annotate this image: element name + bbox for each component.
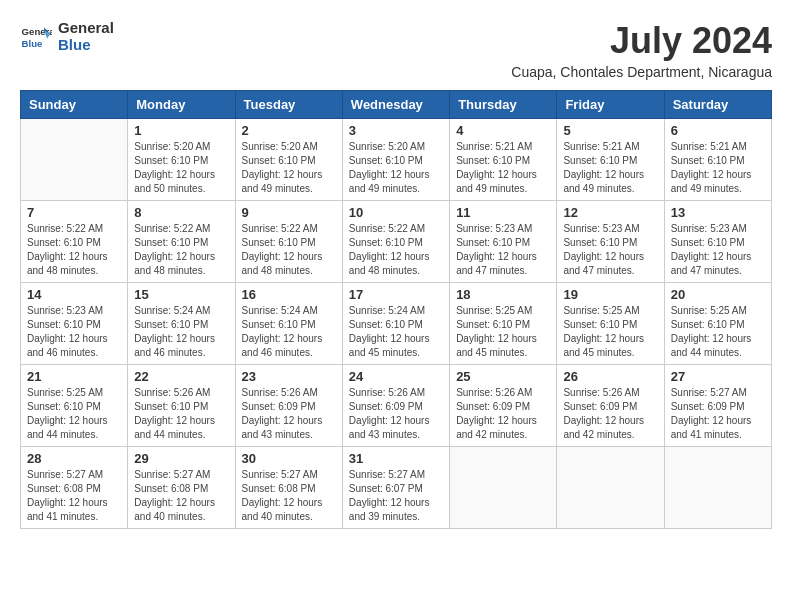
calendar-cell: 31Sunrise: 5:27 AM Sunset: 6:07 PM Dayli… — [342, 447, 449, 529]
cell-info: Sunrise: 5:26 AM Sunset: 6:09 PM Dayligh… — [242, 386, 336, 442]
cell-info: Sunrise: 5:25 AM Sunset: 6:10 PM Dayligh… — [563, 304, 657, 360]
cell-info: Sunrise: 5:24 AM Sunset: 6:10 PM Dayligh… — [134, 304, 228, 360]
calendar-cell: 20Sunrise: 5:25 AM Sunset: 6:10 PM Dayli… — [664, 283, 771, 365]
calendar-table: SundayMondayTuesdayWednesdayThursdayFrid… — [20, 90, 772, 529]
day-number: 26 — [563, 369, 657, 384]
calendar-week-row: 1Sunrise: 5:20 AM Sunset: 6:10 PM Daylig… — [21, 119, 772, 201]
month-year-title: July 2024 — [511, 20, 772, 62]
cell-info: Sunrise: 5:20 AM Sunset: 6:10 PM Dayligh… — [134, 140, 228, 196]
day-number: 8 — [134, 205, 228, 220]
calendar-cell: 30Sunrise: 5:27 AM Sunset: 6:08 PM Dayli… — [235, 447, 342, 529]
day-number: 25 — [456, 369, 550, 384]
day-number: 1 — [134, 123, 228, 138]
calendar-week-row: 14Sunrise: 5:23 AM Sunset: 6:10 PM Dayli… — [21, 283, 772, 365]
day-number: 19 — [563, 287, 657, 302]
header: General Blue General Blue July 2024 Cuap… — [20, 20, 772, 80]
calendar-week-row: 21Sunrise: 5:25 AM Sunset: 6:10 PM Dayli… — [21, 365, 772, 447]
logo-icon: General Blue — [20, 21, 52, 53]
calendar-cell: 26Sunrise: 5:26 AM Sunset: 6:09 PM Dayli… — [557, 365, 664, 447]
cell-info: Sunrise: 5:21 AM Sunset: 6:10 PM Dayligh… — [671, 140, 765, 196]
calendar-cell: 7Sunrise: 5:22 AM Sunset: 6:10 PM Daylig… — [21, 201, 128, 283]
day-header-sunday: Sunday — [21, 91, 128, 119]
calendar-cell — [450, 447, 557, 529]
day-number: 30 — [242, 451, 336, 466]
logo-blue: Blue — [58, 37, 114, 54]
day-header-saturday: Saturday — [664, 91, 771, 119]
day-number: 14 — [27, 287, 121, 302]
calendar-cell: 25Sunrise: 5:26 AM Sunset: 6:09 PM Dayli… — [450, 365, 557, 447]
calendar-cell: 29Sunrise: 5:27 AM Sunset: 6:08 PM Dayli… — [128, 447, 235, 529]
cell-info: Sunrise: 5:24 AM Sunset: 6:10 PM Dayligh… — [349, 304, 443, 360]
calendar-cell: 17Sunrise: 5:24 AM Sunset: 6:10 PM Dayli… — [342, 283, 449, 365]
cell-info: Sunrise: 5:23 AM Sunset: 6:10 PM Dayligh… — [563, 222, 657, 278]
svg-text:Blue: Blue — [22, 37, 43, 48]
cell-info: Sunrise: 5:22 AM Sunset: 6:10 PM Dayligh… — [134, 222, 228, 278]
calendar-cell: 15Sunrise: 5:24 AM Sunset: 6:10 PM Dayli… — [128, 283, 235, 365]
day-number: 2 — [242, 123, 336, 138]
cell-info: Sunrise: 5:25 AM Sunset: 6:10 PM Dayligh… — [456, 304, 550, 360]
cell-info: Sunrise: 5:26 AM Sunset: 6:09 PM Dayligh… — [456, 386, 550, 442]
cell-info: Sunrise: 5:27 AM Sunset: 6:07 PM Dayligh… — [349, 468, 443, 524]
calendar-cell: 13Sunrise: 5:23 AM Sunset: 6:10 PM Dayli… — [664, 201, 771, 283]
calendar-cell: 2Sunrise: 5:20 AM Sunset: 6:10 PM Daylig… — [235, 119, 342, 201]
calendar-cell: 21Sunrise: 5:25 AM Sunset: 6:10 PM Dayli… — [21, 365, 128, 447]
logo-general: General — [58, 20, 114, 37]
cell-info: Sunrise: 5:22 AM Sunset: 6:10 PM Dayligh… — [27, 222, 121, 278]
cell-info: Sunrise: 5:24 AM Sunset: 6:10 PM Dayligh… — [242, 304, 336, 360]
calendar-week-row: 28Sunrise: 5:27 AM Sunset: 6:08 PM Dayli… — [21, 447, 772, 529]
calendar-cell: 1Sunrise: 5:20 AM Sunset: 6:10 PM Daylig… — [128, 119, 235, 201]
calendar-cell — [664, 447, 771, 529]
cell-info: Sunrise: 5:23 AM Sunset: 6:10 PM Dayligh… — [671, 222, 765, 278]
cell-info: Sunrise: 5:21 AM Sunset: 6:10 PM Dayligh… — [563, 140, 657, 196]
calendar-week-row: 7Sunrise: 5:22 AM Sunset: 6:10 PM Daylig… — [21, 201, 772, 283]
day-number: 10 — [349, 205, 443, 220]
calendar-cell: 10Sunrise: 5:22 AM Sunset: 6:10 PM Dayli… — [342, 201, 449, 283]
day-number: 24 — [349, 369, 443, 384]
day-number: 5 — [563, 123, 657, 138]
cell-info: Sunrise: 5:26 AM Sunset: 6:09 PM Dayligh… — [349, 386, 443, 442]
cell-info: Sunrise: 5:26 AM Sunset: 6:10 PM Dayligh… — [134, 386, 228, 442]
day-number: 22 — [134, 369, 228, 384]
calendar-cell: 28Sunrise: 5:27 AM Sunset: 6:08 PM Dayli… — [21, 447, 128, 529]
cell-info: Sunrise: 5:25 AM Sunset: 6:10 PM Dayligh… — [671, 304, 765, 360]
day-number: 31 — [349, 451, 443, 466]
day-number: 20 — [671, 287, 765, 302]
day-header-tuesday: Tuesday — [235, 91, 342, 119]
calendar-cell: 9Sunrise: 5:22 AM Sunset: 6:10 PM Daylig… — [235, 201, 342, 283]
cell-info: Sunrise: 5:27 AM Sunset: 6:08 PM Dayligh… — [27, 468, 121, 524]
day-number: 28 — [27, 451, 121, 466]
calendar-cell: 19Sunrise: 5:25 AM Sunset: 6:10 PM Dayli… — [557, 283, 664, 365]
day-number: 7 — [27, 205, 121, 220]
location-subtitle: Cuapa, Chontales Department, Nicaragua — [511, 64, 772, 80]
calendar-cell: 3Sunrise: 5:20 AM Sunset: 6:10 PM Daylig… — [342, 119, 449, 201]
calendar-cell: 14Sunrise: 5:23 AM Sunset: 6:10 PM Dayli… — [21, 283, 128, 365]
day-number: 21 — [27, 369, 121, 384]
day-number: 17 — [349, 287, 443, 302]
cell-info: Sunrise: 5:20 AM Sunset: 6:10 PM Dayligh… — [242, 140, 336, 196]
day-number: 3 — [349, 123, 443, 138]
day-header-friday: Friday — [557, 91, 664, 119]
cell-info: Sunrise: 5:23 AM Sunset: 6:10 PM Dayligh… — [27, 304, 121, 360]
cell-info: Sunrise: 5:26 AM Sunset: 6:09 PM Dayligh… — [563, 386, 657, 442]
day-header-thursday: Thursday — [450, 91, 557, 119]
calendar-cell: 11Sunrise: 5:23 AM Sunset: 6:10 PM Dayli… — [450, 201, 557, 283]
day-number: 11 — [456, 205, 550, 220]
calendar-cell: 12Sunrise: 5:23 AM Sunset: 6:10 PM Dayli… — [557, 201, 664, 283]
calendar-cell: 27Sunrise: 5:27 AM Sunset: 6:09 PM Dayli… — [664, 365, 771, 447]
cell-info: Sunrise: 5:27 AM Sunset: 6:09 PM Dayligh… — [671, 386, 765, 442]
calendar-cell: 24Sunrise: 5:26 AM Sunset: 6:09 PM Dayli… — [342, 365, 449, 447]
calendar-cell — [21, 119, 128, 201]
logo: General Blue General Blue — [20, 20, 114, 53]
cell-info: Sunrise: 5:25 AM Sunset: 6:10 PM Dayligh… — [27, 386, 121, 442]
cell-info: Sunrise: 5:21 AM Sunset: 6:10 PM Dayligh… — [456, 140, 550, 196]
day-number: 27 — [671, 369, 765, 384]
day-number: 12 — [563, 205, 657, 220]
calendar-cell: 22Sunrise: 5:26 AM Sunset: 6:10 PM Dayli… — [128, 365, 235, 447]
calendar-cell: 23Sunrise: 5:26 AM Sunset: 6:09 PM Dayli… — [235, 365, 342, 447]
cell-info: Sunrise: 5:27 AM Sunset: 6:08 PM Dayligh… — [242, 468, 336, 524]
day-number: 9 — [242, 205, 336, 220]
day-number: 4 — [456, 123, 550, 138]
calendar-cell: 4Sunrise: 5:21 AM Sunset: 6:10 PM Daylig… — [450, 119, 557, 201]
day-number: 23 — [242, 369, 336, 384]
cell-info: Sunrise: 5:22 AM Sunset: 6:10 PM Dayligh… — [349, 222, 443, 278]
